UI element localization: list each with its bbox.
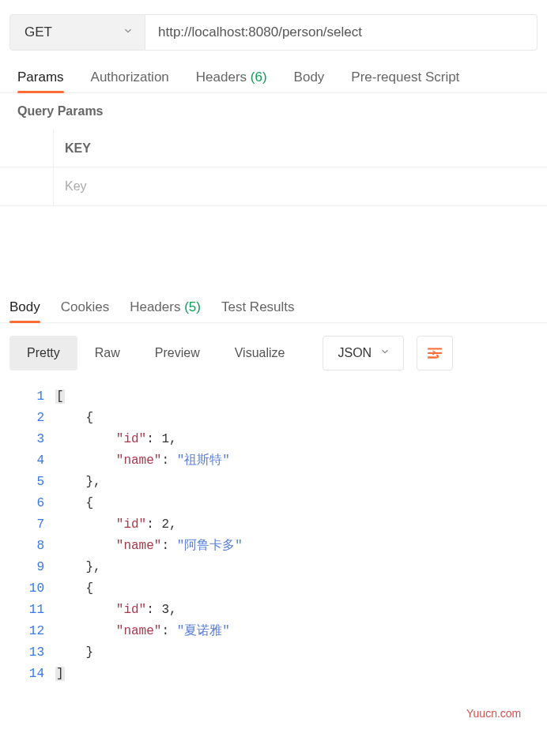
param-header-row: KEY: [0, 130, 547, 167]
code-line: 7 "id": 2,: [0, 514, 547, 536]
url-input[interactable]: [145, 14, 538, 51]
line-number: 8: [0, 536, 55, 557]
code-content: ]: [55, 664, 65, 685]
watermark: Yuucn.com: [466, 707, 521, 720]
tab-params-label: Params: [17, 70, 64, 85]
request-bar: GET: [9, 14, 538, 51]
code-content: [: [55, 386, 65, 408]
code-line: 1[: [0, 386, 547, 408]
code-content: {: [55, 578, 93, 600]
code-content: "name": "祖斯特": [55, 450, 230, 472]
param-table: KEY: [0, 130, 547, 206]
code-line: 9 },: [0, 557, 547, 578]
param-row: [0, 167, 547, 205]
tab-params[interactable]: Params: [17, 70, 64, 93]
view-visualize[interactable]: Visualize: [217, 336, 303, 370]
line-number: 4: [0, 450, 55, 472]
chevron-down-icon: [379, 346, 390, 360]
line-number: 1: [0, 386, 55, 408]
resp-tab-headers-label: Headers: [130, 299, 180, 314]
code-content: "name": "夏诺雅": [55, 621, 230, 642]
code-line: 12 "name": "夏诺雅": [0, 621, 547, 642]
tab-headers-count: (6): [251, 70, 267, 85]
code-line: 3 "id": 1,: [0, 429, 547, 450]
code-content: "id": 2,: [55, 514, 177, 536]
tab-authorization-label: Authorization: [91, 70, 169, 85]
code-content: "name": "阿鲁卡多": [55, 536, 243, 557]
format-label: JSON: [338, 346, 372, 360]
tab-headers-label: Headers: [196, 70, 247, 85]
code-content: "id": 1,: [55, 429, 177, 450]
tab-headers[interactable]: Headers (6): [196, 70, 267, 93]
key-column-header: KEY: [54, 141, 547, 156]
resp-tab-cookies-label: Cookies: [61, 299, 109, 314]
view-mode-group: Pretty Raw Preview Visualize: [9, 336, 302, 370]
line-number: 10: [0, 578, 55, 600]
method-label: GET: [25, 24, 52, 40]
code-line: 14]: [0, 664, 547, 685]
wrap-lines-button[interactable]: [417, 336, 453, 370]
resp-tab-body-label: Body: [9, 299, 40, 314]
code-line: 6 {: [0, 493, 547, 514]
line-number: 6: [0, 493, 55, 514]
view-visualize-label: Visualize: [235, 346, 285, 360]
line-number: 14: [0, 664, 55, 685]
tab-authorization[interactable]: Authorization: [91, 70, 169, 93]
tab-body-label: Body: [294, 70, 325, 85]
line-number: 2: [0, 408, 55, 429]
line-number: 13: [0, 642, 55, 664]
view-raw-label: Raw: [95, 346, 120, 360]
view-raw[interactable]: Raw: [77, 336, 138, 370]
resp-tab-tests-label: Test Results: [221, 299, 295, 314]
code-content: }: [55, 642, 93, 664]
code-line: 4 "name": "祖斯特": [0, 450, 547, 472]
view-bar: Pretty Raw Preview Visualize JSON: [9, 336, 547, 370]
chevron-down-icon: [123, 24, 134, 40]
resp-tab-body[interactable]: Body: [9, 299, 40, 323]
line-number: 7: [0, 514, 55, 536]
code-content: },: [55, 472, 101, 493]
tab-prerequest[interactable]: Pre-request Script: [351, 70, 459, 93]
tab-prerequest-label: Pre-request Script: [351, 70, 459, 85]
view-preview-label: Preview: [155, 346, 200, 360]
line-number: 12: [0, 621, 55, 642]
query-params-title: Query Params: [17, 104, 547, 118]
view-pretty-label: Pretty: [27, 346, 60, 360]
drag-handle[interactable]: [0, 167, 54, 205]
line-number: 3: [0, 429, 55, 450]
line-number: 9: [0, 557, 55, 578]
resp-tab-headers-count: (5): [184, 299, 201, 314]
code-line: 5 },: [0, 472, 547, 493]
request-tabs: Params Authorization Headers (6) Body Pr…: [17, 70, 547, 93]
view-preview[interactable]: Preview: [138, 336, 217, 370]
view-pretty[interactable]: Pretty: [9, 336, 77, 370]
code-content: {: [55, 408, 93, 429]
line-number: 5: [0, 472, 55, 493]
divider: [0, 92, 547, 93]
code-line: 2 {: [0, 408, 547, 429]
tab-body[interactable]: Body: [294, 70, 325, 93]
code-line: 10 {: [0, 578, 547, 600]
format-select[interactable]: JSON: [323, 336, 404, 370]
response-body[interactable]: 1[2 {3 "id": 1,4 "name": "祖斯特"5 },6 {7 "…: [0, 386, 547, 685]
drag-column: [0, 130, 54, 167]
resp-tab-cookies[interactable]: Cookies: [61, 299, 109, 323]
response-tabs: Body Cookies Headers (5) Test Results: [9, 299, 547, 323]
code-content: },: [55, 557, 101, 578]
resp-tab-tests[interactable]: Test Results: [221, 299, 295, 323]
resp-tab-headers[interactable]: Headers (5): [130, 299, 201, 323]
code-line: 8 "name": "阿鲁卡多": [0, 536, 547, 557]
key-input[interactable]: [65, 179, 536, 194]
line-number: 11: [0, 600, 55, 621]
code-line: 11 "id": 3,: [0, 600, 547, 621]
code-content: "id": 3,: [55, 600, 177, 621]
code-line: 13 }: [0, 642, 547, 664]
code-content: {: [55, 493, 93, 514]
method-select[interactable]: GET: [9, 14, 145, 51]
